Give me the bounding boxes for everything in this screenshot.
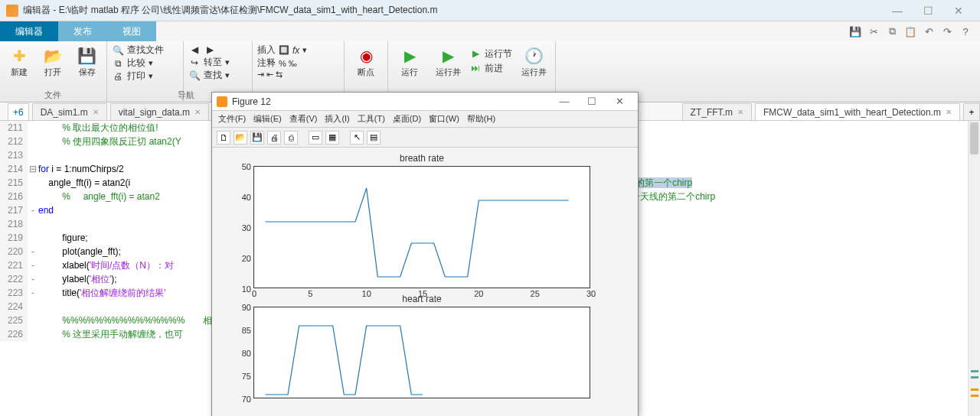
tab-editor[interactable]: 编辑器 (0, 21, 58, 41)
goto-icon: ↪ (188, 57, 201, 69)
find-icon: 🔍 (188, 70, 201, 82)
brush-icon[interactable]: ▦ (325, 131, 339, 145)
undo-icon[interactable]: ↶ (922, 24, 936, 38)
maximize-button[interactable]: ☐ (913, 5, 943, 17)
line-jump[interactable]: +6 (8, 103, 29, 120)
menu-file[interactable]: 文件(F) (215, 113, 249, 125)
breakpoint-button[interactable]: ◉断点 (349, 44, 383, 78)
run-button[interactable]: ▶运行 (393, 44, 426, 78)
data-icon[interactable]: ▤ (367, 131, 381, 145)
new-button[interactable]: ✚新建 (5, 44, 34, 78)
cursor-icon[interactable]: ▭ (309, 131, 322, 145)
minimize-button[interactable]: — (882, 5, 913, 17)
close-icon[interactable]: ✕ (737, 104, 743, 121)
play-adv-icon: ▶ (439, 47, 457, 65)
advance-button[interactable]: ⏭前进 (469, 62, 512, 75)
comment-button[interactable]: 注释 % ‰ (257, 57, 339, 70)
bp-icon: ◉ (357, 47, 375, 65)
menu-insert[interactable]: 插入(I) (322, 113, 352, 125)
menu-help[interactable]: 帮助(H) (464, 113, 498, 125)
folder-icon: 📂 (44, 47, 62, 65)
cut-icon[interactable]: ✂ (867, 24, 880, 38)
tab-view[interactable]: 视图 (107, 21, 156, 41)
close-icon[interactable]: ✕ (946, 104, 952, 121)
close-icon[interactable]: ✕ (93, 104, 99, 121)
group-file-label: 文件 (44, 89, 61, 101)
figure-menu: 文件(F) 编辑(E) 查看(V) 插入(I) 工具(T) 桌面(D) 窗口(W… (212, 111, 638, 128)
play-icon: ▶ (400, 47, 419, 65)
clock-icon: 🕐 (524, 47, 543, 65)
group-nav-label: 导航 (178, 89, 194, 101)
tab-publish[interactable]: 发布 (58, 21, 107, 41)
save-button[interactable]: 💾保存 (73, 44, 102, 78)
print-button[interactable]: 🖨打印 ▾ (112, 70, 178, 83)
menu-tools[interactable]: 工具(T) (354, 113, 388, 125)
ribbon-tabs: 编辑器 发布 视图 💾 ✂ ⧉ 📋 ↶ ↷ ? (0, 21, 980, 41)
save-fig-icon[interactable]: 💾 (250, 131, 264, 145)
menu-window[interactable]: 窗口(W) (426, 113, 462, 125)
new-fig-icon[interactable]: 🗋 (217, 131, 230, 145)
fig-max-button[interactable]: ☐ (578, 96, 606, 107)
help-icon[interactable]: ? (959, 24, 972, 38)
open-button[interactable]: 📂打开 (38, 44, 67, 78)
figure-axes-area: breath rate 1020304050051015202530 heart… (212, 148, 638, 416)
figure-window[interactable]: Figure 12 — ☐ ✕ 文件(F) 编辑(E) 查看(V) 插入(I) … (211, 92, 639, 416)
compare-button[interactable]: ⧉比较 ▾ (112, 57, 178, 70)
plot-title: heart rate (254, 294, 590, 304)
plot-title: breath rate (254, 153, 590, 164)
search-icon: 🔍 (112, 44, 124, 57)
run-section-button[interactable]: ▶运行节 (469, 47, 512, 60)
menu-view[interactable]: 查看(V) (286, 113, 321, 125)
insert-button[interactable]: 插入 🔲 fx ▾ (257, 44, 339, 57)
fig-close-button[interactable]: ✕ (606, 96, 633, 107)
quick-access: 💾 ✂ ⧉ 📋 ↶ ↷ ? (848, 21, 980, 41)
goto-button[interactable]: ↪转至 ▾ (188, 56, 247, 69)
plot-heart-rate[interactable]: heart rate 7075808590 (253, 307, 590, 398)
compare-icon: ⧉ (112, 57, 124, 70)
add-tab-button[interactable]: + (963, 103, 980, 120)
close-button[interactable]: ✕ (943, 5, 974, 17)
paste-icon[interactable]: 📋 (903, 24, 917, 38)
figure-toolbar: 🗋 📂 💾 🖨 ⎙ ▭ ▦ ↖ ▤ (212, 128, 638, 148)
copy-icon[interactable]: ⧉ (885, 24, 899, 38)
open-fig-icon[interactable]: 📂 (234, 131, 247, 145)
window-title: 编辑器 - E:\临时 matlab 程序 公司\线性调频雷达\体征检测\FMC… (23, 4, 882, 17)
plus-icon: ✚ (10, 47, 28, 65)
print-fig-icon[interactable]: 🖨 (267, 131, 281, 145)
link-icon[interactable]: ⎙ (284, 131, 298, 145)
fig-min-button[interactable]: — (550, 96, 578, 107)
file-tab-active[interactable]: FMCW_data_sim1_with_heart_Detection.m✕ (755, 103, 960, 120)
find-files-button[interactable]: 🔍查找文件 (112, 44, 178, 57)
file-tab-3[interactable]: ZT_FFT.m✕ (682, 103, 752, 120)
editor-scrollbar[interactable] (968, 121, 980, 416)
menu-desktop[interactable]: 桌面(D) (390, 113, 424, 125)
menu-edit[interactable]: 编辑(E) (250, 113, 285, 125)
app-icon (6, 5, 18, 17)
figure-titlebar[interactable]: Figure 12 — ☐ ✕ (212, 93, 638, 111)
print-icon: 🖨 (112, 70, 124, 83)
save-icon[interactable]: 💾 (848, 24, 862, 38)
run-time-button[interactable]: 🕐运行并 (517, 44, 550, 78)
plot-breath-rate[interactable]: breath rate 1020304050051015202530 (253, 166, 590, 288)
matlab-icon (217, 96, 227, 107)
scrollbar-thumb[interactable] (970, 122, 978, 154)
redo-icon[interactable]: ↷ (940, 24, 954, 38)
file-tab-2[interactable]: vital_sign_data.m✕ (110, 103, 209, 120)
close-icon[interactable]: ✕ (194, 104, 201, 121)
pointer-icon[interactable]: ↖ (350, 131, 364, 145)
find-button[interactable]: 🔍查找 ▾ (188, 69, 247, 82)
figure-title: Figure 12 (232, 96, 550, 107)
run-advance-button[interactable]: ▶运行并 (431, 44, 465, 78)
file-tab-1[interactable]: DA_sim1.m✕ (32, 103, 107, 120)
disk-icon: 💾 (78, 47, 96, 65)
title-bar: 编辑器 - E:\临时 matlab 程序 公司\线性调频雷达\体征检测\FMC… (0, 0, 980, 21)
